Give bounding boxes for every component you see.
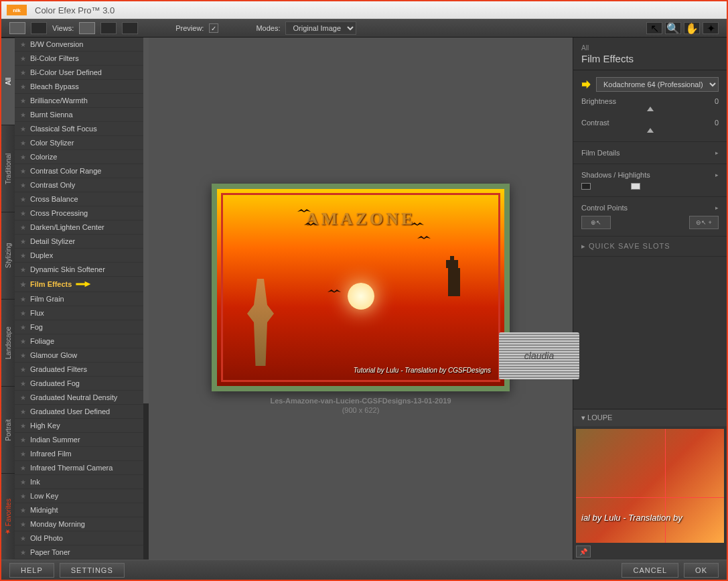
star-icon[interactable]: ★ bbox=[20, 521, 26, 528]
ok-button[interactable]: OK bbox=[684, 563, 719, 578]
shadows-swatch[interactable] bbox=[581, 183, 591, 190]
filter-list[interactable]: ★B/W Conversion★Bi-Color Filters★Bi-Colo… bbox=[15, 38, 149, 560]
star-icon[interactable]: ★ bbox=[20, 210, 26, 217]
filter-item[interactable]: ★Detail Stylizer bbox=[15, 235, 149, 249]
modes-dropdown[interactable]: Original Image bbox=[285, 21, 356, 35]
star-icon[interactable]: ★ bbox=[20, 549, 26, 556]
star-icon[interactable]: ★ bbox=[20, 478, 26, 486]
view-single-button[interactable] bbox=[79, 22, 95, 34]
filter-item[interactable]: ★Bleach Bypass bbox=[15, 80, 149, 94]
view-split-button[interactable] bbox=[100, 22, 117, 34]
filter-item[interactable]: ★Bi-Color User Defined bbox=[15, 66, 149, 80]
quick-save-section[interactable]: ▸ QUICK SAVE SLOTS bbox=[573, 237, 727, 257]
filter-item[interactable]: ★Infrared Thermal Camera bbox=[15, 461, 149, 475]
star-icon[interactable]: ★ bbox=[20, 310, 26, 317]
filter-item[interactable]: ★Classical Soft Focus bbox=[15, 122, 149, 136]
star-icon[interactable]: ★ bbox=[20, 338, 26, 345]
filter-item[interactable]: ★Dynamic Skin Softener bbox=[15, 263, 149, 277]
filter-item[interactable]: ★Foliage bbox=[15, 334, 149, 348]
filter-item[interactable]: ★High Key bbox=[15, 419, 149, 433]
contrast-slider[interactable] bbox=[581, 128, 719, 135]
star-icon[interactable]: ★ bbox=[20, 493, 26, 500]
preview-checkbox[interactable]: ✓ bbox=[209, 23, 218, 33]
star-icon[interactable]: ★ bbox=[20, 281, 26, 288]
star-icon[interactable]: ★ bbox=[20, 83, 26, 90]
settings-button[interactable]: SETTINGS bbox=[60, 563, 125, 578]
filter-item[interactable]: ★Brilliance/Warmth bbox=[15, 94, 149, 108]
filter-item[interactable]: ★Paper Toner bbox=[15, 545, 149, 560]
filter-item[interactable]: ★Graduated Fog bbox=[15, 377, 149, 391]
loupe-pin-button[interactable]: 📌 bbox=[576, 545, 591, 558]
loupe-title[interactable]: ▾ LOUPE bbox=[573, 409, 727, 426]
film-details-section[interactable]: Film Details▸ bbox=[581, 149, 719, 157]
filter-item[interactable]: ★Infrared Film bbox=[15, 447, 149, 461]
filter-item[interactable]: ★Burnt Sienna bbox=[15, 108, 149, 122]
filter-item[interactable]: ★Duplex bbox=[15, 249, 149, 263]
star-icon[interactable]: ★ bbox=[20, 422, 26, 430]
filter-item[interactable]: ★Ink bbox=[15, 475, 149, 489]
loupe-preview[interactable]: ial by Lulu - Translation by bbox=[576, 429, 724, 543]
highlights-swatch[interactable] bbox=[631, 183, 640, 190]
star-icon[interactable]: ★ bbox=[20, 380, 26, 387]
control-points-section[interactable]: Control Points▸ bbox=[581, 204, 719, 212]
scrollbar[interactable] bbox=[143, 38, 149, 560]
filter-item[interactable]: ★Graduated User Defined bbox=[15, 405, 149, 419]
filter-item[interactable]: ★Indian Summer bbox=[15, 433, 149, 447]
filter-item[interactable]: ★Cross Processing bbox=[15, 206, 149, 220]
filter-item[interactable]: ★Graduated Filters bbox=[15, 363, 149, 377]
star-icon[interactable]: ★ bbox=[20, 125, 26, 133]
control-point-add-button[interactable]: ⊕↖ bbox=[581, 216, 611, 229]
filter-item[interactable]: ★Colorize bbox=[15, 150, 149, 164]
filter-item[interactable]: ★Monday Morning bbox=[15, 517, 149, 531]
star-icon[interactable]: ★ bbox=[20, 153, 26, 161]
shadows-highlights-section[interactable]: Shadows / Highlights▸ bbox=[581, 171, 719, 179]
tool-light-icon[interactable]: ✦ bbox=[703, 22, 719, 34]
view-list-button[interactable] bbox=[31, 22, 47, 34]
brightness-slider[interactable] bbox=[581, 107, 719, 113]
star-icon[interactable]: ★ bbox=[20, 139, 26, 147]
category-tab-landscape[interactable]: Landscape bbox=[1, 299, 15, 386]
star-icon[interactable]: ★ bbox=[20, 196, 26, 203]
tool-pointer-icon[interactable]: ↖ bbox=[646, 22, 662, 34]
tool-zoom-icon[interactable]: 🔍 bbox=[665, 22, 681, 34]
filter-item[interactable]: ★Midnight bbox=[15, 503, 149, 517]
category-tab-all[interactable]: All bbox=[1, 38, 15, 125]
filter-item[interactable]: ★Old Photo bbox=[15, 531, 149, 545]
star-icon[interactable]: ★ bbox=[20, 436, 26, 444]
filter-item[interactable]: ★Glamour Glow bbox=[15, 348, 149, 363]
star-icon[interactable]: ★ bbox=[20, 366, 26, 373]
help-button[interactable]: HELP bbox=[9, 563, 54, 578]
star-icon[interactable]: ★ bbox=[20, 97, 26, 105]
star-icon[interactable]: ★ bbox=[20, 168, 26, 175]
star-icon[interactable]: ★ bbox=[20, 111, 26, 119]
category-tab-traditional[interactable]: Traditional bbox=[1, 125, 15, 212]
star-icon[interactable]: ★ bbox=[20, 182, 26, 189]
filter-item[interactable]: ★Color Stylizer bbox=[15, 136, 149, 150]
view-thumb-button[interactable] bbox=[9, 22, 25, 34]
filter-item[interactable]: ★Contrast Color Range bbox=[15, 164, 149, 178]
filter-item[interactable]: ★Film Effects bbox=[15, 277, 149, 292]
cancel-button[interactable]: CANCEL bbox=[622, 563, 678, 578]
star-icon[interactable]: ★ bbox=[20, 69, 26, 76]
filter-item[interactable]: ★B/W Conversion bbox=[15, 38, 149, 52]
star-icon[interactable]: ★ bbox=[20, 324, 26, 331]
star-icon[interactable]: ★ bbox=[20, 266, 26, 273]
star-icon[interactable]: ★ bbox=[20, 352, 26, 359]
star-icon[interactable]: ★ bbox=[20, 408, 26, 415]
star-icon[interactable]: ★ bbox=[20, 450, 26, 458]
tool-hand-icon[interactable]: ✋ bbox=[684, 22, 700, 34]
star-icon[interactable]: ★ bbox=[20, 296, 26, 303]
filter-item[interactable]: ★Darken/Lighten Center bbox=[15, 220, 149, 235]
filter-item[interactable]: ★Flux bbox=[15, 306, 149, 320]
filter-item[interactable]: ★Contrast Only bbox=[15, 178, 149, 192]
star-icon[interactable]: ★ bbox=[20, 464, 26, 472]
star-icon[interactable]: ★ bbox=[20, 394, 26, 401]
filter-item[interactable]: ★Fog bbox=[15, 320, 149, 334]
star-icon[interactable]: ★ bbox=[20, 507, 26, 514]
category-tab-favorites[interactable]: ★ Favorites bbox=[1, 473, 15, 560]
star-icon[interactable]: ★ bbox=[20, 238, 26, 245]
filter-item[interactable]: ★Cross Balance bbox=[15, 192, 149, 206]
star-icon[interactable]: ★ bbox=[20, 224, 26, 231]
star-icon[interactable]: ★ bbox=[20, 55, 26, 62]
view-side-button[interactable] bbox=[122, 22, 138, 34]
